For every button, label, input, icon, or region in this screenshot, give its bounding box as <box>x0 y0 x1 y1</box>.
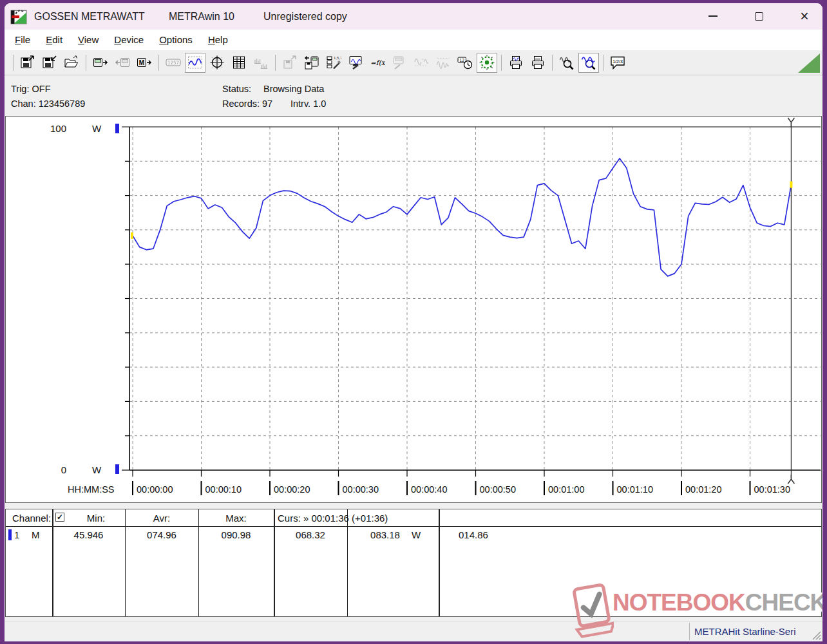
xy-chart-button[interactable] <box>207 53 227 73</box>
table-divider <box>274 509 275 616</box>
zoom-waveform-button[interactable] <box>556 53 577 73</box>
y-axis-max-label: 100 <box>34 123 66 134</box>
table-divider <box>52 509 53 616</box>
svg-text:1257: 1257 <box>167 60 179 66</box>
channel-number: 1 <box>14 529 19 540</box>
curve-compare-icon <box>414 55 429 70</box>
x-tick-label: 00:01:20 <box>685 484 721 495</box>
y-axis-unit-top: W <box>92 123 101 134</box>
power-curve <box>133 158 791 276</box>
desktop: { "window": { "title_vendor": "GOSSEN ME… <box>0 0 827 644</box>
title-app-name: METRAwin 10 <box>169 3 234 30</box>
zoom-waveform-icon <box>559 55 575 70</box>
channel-checkbox[interactable]: ✓ <box>55 513 64 522</box>
status-info-panel: Trig: OFF Chan: 123456789 Status: Browsi… <box>5 75 822 116</box>
records-count: Records: 97 <box>222 99 272 109</box>
x-tick-label: 00:01:10 <box>617 484 653 495</box>
table-view-icon <box>231 55 247 70</box>
device-save-button[interactable] <box>301 53 322 73</box>
channel-mode: M <box>32 529 40 540</box>
cursor-table: Channel: ✓ Min: Avr: Max: Curs: » 00:01:… <box>5 509 822 617</box>
time-settings-button[interactable]: 12 <box>455 53 475 73</box>
formula-button[interactable]: =f(x) <box>367 53 388 73</box>
svg-text:12: 12 <box>460 58 465 62</box>
save-file-icon <box>20 55 35 70</box>
device-write-button <box>112 53 133 73</box>
histogram-button <box>251 53 271 73</box>
device-read-icon <box>93 55 108 70</box>
numeric-display-icon: 1257 <box>166 55 181 70</box>
menu-device[interactable]: Device <box>106 30 151 50</box>
col-header-cursor: Curs: » 00:01:36 (+01:36) <box>278 513 388 524</box>
close-button[interactable]: × <box>790 5 819 27</box>
menu-options[interactable]: Options <box>151 30 200 50</box>
svg-text:1/2/3: 1/2/3 <box>613 59 623 64</box>
open-file-button[interactable] <box>61 53 82 73</box>
numeric-display-button: 1257 <box>163 53 184 73</box>
col-header-channel: Channel: <box>12 513 51 524</box>
toolbar-separator <box>603 55 604 71</box>
x-tick-label: 00:01:30 <box>754 484 790 495</box>
status-label: Status: <box>222 84 251 94</box>
memory-read-icon: M <box>137 55 152 70</box>
debug-beetle-icon <box>479 55 495 70</box>
toolbar-separator <box>86 55 86 71</box>
channel-range-marker-bottom <box>115 464 119 474</box>
close-icon: × <box>800 9 808 24</box>
minimize-icon <box>708 15 718 17</box>
zoom-auto-button[interactable] <box>578 53 599 73</box>
cursor-handle-top[interactable] <box>788 118 794 127</box>
menu-edit[interactable]: Edit <box>38 30 70 50</box>
toolbar-separator <box>158 55 159 71</box>
table-view-button[interactable] <box>229 53 249 73</box>
app-window: GOSSEN METRAWATT METRAwin 10 Unregistere… <box>5 3 822 641</box>
export-disk-icon <box>282 55 298 70</box>
save-file-button[interactable] <box>17 53 38 73</box>
minimize-button[interactable] <box>698 5 728 27</box>
notes-button[interactable]: 1/2/3 <box>607 53 628 73</box>
yt-chart-button[interactable] <box>185 53 205 73</box>
trigger-status: Trig: OFF <box>11 84 50 94</box>
memory-read-button[interactable]: M <box>134 53 155 73</box>
formula-icon: =f(x) <box>370 55 385 70</box>
print-chart-button[interactable] <box>506 53 526 73</box>
cursor-handle-bottom[interactable] <box>788 475 794 484</box>
curve-window-icon <box>435 55 451 70</box>
table-divider <box>347 509 348 616</box>
save-as-icon <box>42 55 57 70</box>
chart-plot[interactable]: 00:00:0000:00:1000:00:2000:00:3000:00:40… <box>6 117 821 502</box>
value-cursor-a: 068.32 <box>274 529 347 540</box>
y-axis-min-label: 0 <box>34 464 66 475</box>
toolbar-separator <box>552 55 553 71</box>
svg-text:M: M <box>139 59 144 66</box>
col-header-avr: Avr: <box>125 513 198 524</box>
maximize-button[interactable] <box>744 5 774 27</box>
channel-range-marker-top <box>115 124 119 133</box>
x-tick-label: 00:00:00 <box>137 484 173 495</box>
channel-row-marker <box>8 529 12 540</box>
monitor-config-button[interactable] <box>345 53 366 73</box>
debug-beetle-button[interactable] <box>477 53 497 73</box>
menu-file[interactable]: File <box>7 30 38 50</box>
menu-help[interactable]: Help <box>200 30 236 50</box>
chart-panel: 100 W 0 W 00:00:0000:00:1000:00:2000:00:… <box>5 116 822 503</box>
resize-grip[interactable] <box>811 630 821 640</box>
table-divider <box>439 509 440 616</box>
export-disk-button <box>280 53 300 73</box>
device-config-button[interactable]: 1,5,7 <box>323 53 344 73</box>
value-min: 45.946 <box>52 529 125 540</box>
status-bar: METRAHit Starline-Seri <box>5 621 822 641</box>
col-header-min: Min: <box>67 513 125 524</box>
curve-window-button <box>433 53 453 73</box>
menu-view[interactable]: View <box>70 30 106 50</box>
open-file-icon <box>64 55 79 70</box>
table-divider <box>198 509 199 616</box>
zoom-auto-icon <box>581 55 596 70</box>
app-logo-icon <box>10 8 27 25</box>
corner-triangle-decoration <box>798 53 820 73</box>
print-button[interactable] <box>528 53 548 73</box>
curve-compare-button <box>411 53 432 73</box>
x-tick-label: 00:00:50 <box>480 484 516 495</box>
save-as-button[interactable] <box>39 53 60 73</box>
device-read-button[interactable] <box>90 53 111 73</box>
